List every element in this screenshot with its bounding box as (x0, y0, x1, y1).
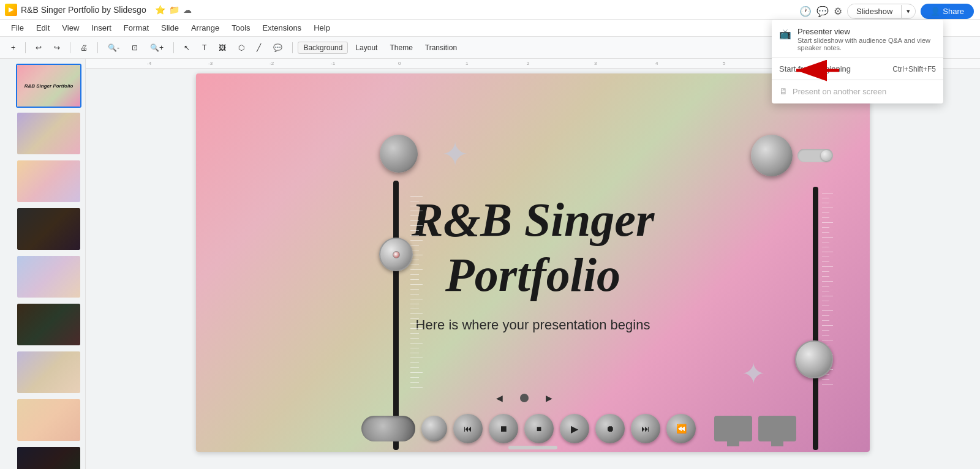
toolbar-separator-5 (292, 42, 293, 53)
star-large: ✦ (441, 135, 469, 174)
monitor-icon-2 (758, 416, 796, 441)
present-another-item[interactable]: 🖥 Present on another screen (772, 81, 943, 101)
slide-row-9[interactable]: 9 (4, 446, 81, 469)
slide-thumb-8[interactable] (16, 398, 81, 442)
toolbar-separator-4 (173, 42, 174, 53)
toggle-big (361, 416, 415, 441)
slide-thumb-2[interactable] (16, 111, 81, 156)
menu-edit[interactable]: Edit (31, 22, 55, 34)
toolbar-separator-3 (97, 42, 98, 53)
present-options-icon[interactable]: ⚙ (834, 6, 842, 17)
slide-thumb-inner-2 (17, 113, 80, 154)
slide-thumb-1[interactable]: R&B Singer Portfolio (16, 64, 81, 108)
toolbar-undo[interactable]: ↩ (31, 42, 47, 54)
transition-button[interactable]: Transition (420, 42, 462, 54)
move-icon[interactable]: 📁 (169, 5, 179, 15)
transport-btn-5: ⏺ (595, 414, 625, 443)
toolbar-comment[interactable]: 💬 (268, 42, 287, 54)
star-icon[interactable]: ⭐ (155, 5, 165, 15)
slide-thumb-inner-7 (17, 351, 80, 393)
transport-btn-2: ⏹ (489, 414, 518, 443)
document-title[interactable]: R&B Singer Portfolio by Slidesgo (21, 5, 146, 15)
transport-btn-4: ▶ (560, 414, 589, 443)
presenter-view-item[interactable]: 📺 Presenter view Start slideshow with au… (772, 22, 943, 56)
left-fader-knob (379, 238, 413, 271)
transport-btn-3: ■ (524, 414, 554, 443)
slide-thumb-4[interactable] (16, 207, 81, 251)
slide-row-6[interactable]: 6 (4, 302, 81, 347)
cloud-icon[interactable]: ☁ (183, 5, 192, 15)
slide-canvas[interactable]: ✦ R&B Singer Portfolio Here is where you… (196, 73, 870, 452)
menu-view[interactable]: View (57, 22, 84, 34)
right-fader-track (813, 187, 818, 450)
menu-arrange[interactable]: Arrange (186, 22, 224, 34)
theme-button[interactable]: Theme (385, 42, 417, 54)
slide-thumb-inner-9 (17, 447, 80, 469)
slide-thumb-9[interactable] (16, 446, 81, 469)
slide-row-4[interactable]: 4 (4, 207, 81, 251)
slide-thumb-5[interactable] (16, 255, 81, 299)
toolbar-line[interactable]: ╱ (252, 42, 266, 54)
slideshow-main-button[interactable]: Slideshow (848, 4, 901, 18)
toolbar-print[interactable]: 🖨 (75, 42, 92, 54)
slide-thumb-inner-3 (17, 160, 80, 202)
slide-thumb-7[interactable] (16, 350, 81, 394)
slide-row-7[interactable]: 7 (4, 350, 81, 394)
toolbar-plus[interactable]: + (6, 42, 20, 54)
slide-thumb-3[interactable] (16, 159, 81, 203)
toolbar-redo[interactable]: ↪ (49, 42, 65, 54)
menu-extensions[interactable]: Extensions (258, 22, 307, 34)
main-layout: 1R&B Singer Portfolio234567891011 -4 -3 … (0, 59, 980, 469)
knob-small-1 (421, 416, 447, 441)
slide-subtitle: Here is where your presentation begins (416, 317, 650, 333)
slide-thumb-inner-5 (17, 256, 80, 298)
menu-help[interactable]: Help (309, 22, 335, 34)
toolbar-zoom-in[interactable]: 🔍+ (145, 42, 168, 54)
background-button[interactable]: Background (298, 42, 348, 54)
toolbar-zoom-out[interactable]: 🔍- (103, 42, 124, 54)
toolbar-zoom-fit[interactable]: ⊡ (127, 42, 143, 54)
slide-thumb-inner-6 (17, 304, 80, 345)
monitor-icons (714, 416, 796, 441)
slides-logo-icon: ▶ (5, 4, 17, 16)
menu-insert[interactable]: Insert (86, 22, 116, 34)
slide-row-2[interactable]: 2 (4, 111, 81, 156)
menu-slide[interactable]: Slide (156, 22, 184, 34)
star-small: ✦ (741, 356, 766, 391)
toolbar-separator-1 (25, 42, 26, 53)
slides-panel: 1R&B Singer Portfolio234567891011 (0, 59, 86, 469)
title-icons: ⭐ 📁 ☁ (155, 5, 192, 15)
transport-btn-7: ⏪ (666, 414, 696, 443)
menu-format[interactable]: Format (119, 22, 154, 34)
toolbar-cursor[interactable]: ↖ (179, 42, 195, 54)
share-button[interactable]: 👤 Share (921, 4, 974, 19)
bottom-transport: ⏮ ⏹ ■ ▶ ⏺ ⏭ ⏪ (361, 414, 796, 443)
toolbar-text[interactable]: T (197, 42, 211, 54)
left-fader-track (393, 181, 399, 450)
transport-btn-6: ⏭ (631, 414, 660, 443)
toolbar-shape[interactable]: ⬡ (233, 42, 249, 54)
slide-row-1[interactable]: 1R&B Singer Portfolio (4, 64, 81, 108)
canvas-area: -4 -3 -2 -1 0 1 2 3 4 5 6 (86, 59, 980, 469)
slide-thumb-6[interactable] (16, 302, 81, 347)
top-right-controls: 🕐 💬 ⚙ Slideshow ▾ 👤 Share (799, 4, 974, 19)
menu-tools[interactable]: Tools (227, 22, 255, 34)
app-logo: ▶ R&B Singer Portfolio by Slidesgo (5, 4, 146, 16)
left-ruler (410, 196, 423, 388)
share-icon: 👤 (930, 7, 940, 16)
present-another-icon: 🖥 (779, 86, 788, 96)
slide-thumb-inner-4 (17, 208, 80, 250)
toolbar-image[interactable]: 🖼 (214, 42, 231, 54)
top-bar: ▶ R&B Singer Portfolio by Slidesgo ⭐ 📁 ☁… (0, 0, 980, 20)
comment-icon[interactable]: 💬 (816, 6, 829, 17)
slide-thumb-inner-8 (17, 399, 80, 441)
slide-row-8[interactable]: 8 (4, 398, 81, 442)
slideshow-dropdown-arrow[interactable]: ▾ (901, 5, 915, 18)
slide-row-5[interactable]: 5 (4, 255, 81, 299)
menu-file[interactable]: File (6, 22, 29, 34)
red-arrow-indicator (790, 58, 845, 83)
history-icon[interactable]: 🕐 (799, 6, 812, 17)
slide-thumb-inner-1: R&B Singer Portfolio (17, 65, 80, 107)
slide-row-3[interactable]: 3 (4, 159, 81, 203)
layout-button[interactable]: Layout (350, 42, 382, 54)
